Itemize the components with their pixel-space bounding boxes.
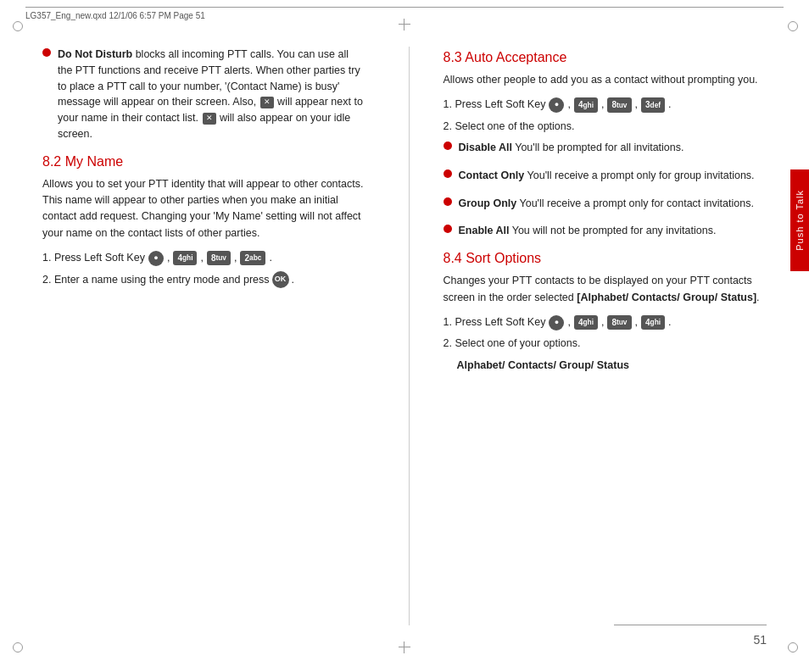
reg-mark-bl	[10, 640, 24, 653]
bold-do-not-disturb: Do Not Disturb	[58, 48, 132, 60]
key-4ghi-2: 4 ghi	[574, 97, 598, 113]
bold-group-only: Group Only	[459, 197, 517, 209]
reg-mark-tr	[785, 19, 799, 32]
bullet-dot	[42, 48, 51, 57]
bullet-do-not-disturb: Do Not Disturb blocks all incoming PTT c…	[42, 47, 366, 142]
bold-enable-all: Enable All	[459, 225, 510, 236]
step-8-3-1: 1. Press Left Soft Key ● , 4 ghi , 8 tuv…	[444, 97, 767, 113]
bold-disable-all: Disable All	[459, 142, 512, 153]
heading-8-2: 8.2 My Name	[42, 154, 366, 169]
bullet-group-only-text: Group Only You'll receive a prompt only …	[459, 196, 754, 212]
step-8-2-1: 1. Press Left Soft Key ● , 4 ghi , 8 tuv…	[42, 250, 366, 266]
bullet-disable-all: Disable All You'll be prompted for all i…	[444, 140, 767, 156]
bottom-rule	[614, 625, 767, 625]
bullet-dot-3	[444, 169, 452, 178]
sidebar-tab: Push to Talk	[790, 169, 809, 271]
step-8-4-2: 2. Select one of your options.	[444, 336, 767, 352]
key-4ghi-4: 4 ghi	[641, 315, 665, 330]
right-column: 8.3 Auto Acceptance Allows other people …	[439, 47, 767, 625]
ptt-icon-1: ✕	[260, 97, 274, 108]
step-8-4-2-options-bold: Alphabet/ Contacts/ Group/ Status	[457, 358, 630, 374]
bold-contact-only: Contact Only	[459, 169, 525, 181]
step-8-3-1-label: 1. Press Left Soft Key	[444, 97, 546, 113]
key-8tuv-3: 8 tuv	[607, 315, 631, 330]
key-soft-left-3: ●	[549, 315, 564, 330]
key-3def-1: 3 def	[641, 97, 665, 113]
period2: .	[292, 272, 294, 288]
comma8: ,	[601, 314, 604, 330]
cross-mark-bot	[399, 641, 410, 653]
step-8-2-2-label: 2. Enter a name using the entry mode and…	[42, 272, 270, 288]
bullet-enable-all: Enable All You will not be prompted for …	[444, 223, 767, 239]
key-soft-left-1: ●	[148, 251, 164, 266]
period4: .	[668, 314, 671, 330]
step-8-3-2: 2. Select one of the options.	[444, 119, 767, 135]
content-wrapper: Do Not Disturb blocks all incoming PTT c…	[42, 47, 767, 625]
comma5: ,	[601, 97, 604, 113]
reg-mark-br	[785, 640, 799, 653]
bullet-group-only: Group Only You'll receive a prompt only …	[444, 196, 767, 212]
key-ok-1: OK	[272, 271, 289, 288]
comma1: ,	[167, 250, 170, 266]
comma6: ,	[635, 97, 638, 113]
key-8tuv-1: 8 tuv	[207, 251, 231, 266]
body-8-3: Allows other people to add you as a cont…	[444, 72, 767, 88]
key-4ghi-1: 4 ghi	[173, 251, 197, 266]
step-8-2-1-label: 1. Press Left Soft Key	[42, 250, 145, 266]
cross-mark-top	[399, 19, 410, 31]
step-8-2-2: 2. Enter a name using the entry mode and…	[42, 271, 366, 288]
page-number: 51	[753, 633, 767, 647]
step-8-4-2-options: Alphabet/ Contacts/ Group/ Status	[444, 358, 767, 374]
comma9: ,	[635, 314, 638, 330]
bullet-dot-2	[444, 142, 452, 150]
column-divider	[409, 47, 410, 625]
sidebar-tab-text: Push to Talk	[795, 190, 805, 251]
heading-8-3: 8.3 Auto Acceptance	[444, 50, 767, 65]
bullet-disable-all-text: Disable All You'll be prompted for all i…	[459, 140, 684, 156]
step-8-4-1: 1. Press Left Soft Key ● , 4 ghi , 8 tuv…	[444, 314, 767, 330]
comma4: ,	[567, 97, 570, 113]
step-8-4-1-label: 1. Press Left Soft Key	[444, 314, 546, 330]
bullet-enable-all-text: Enable All You will not be prompted for …	[459, 223, 717, 239]
key-2abc-1: 2 abc	[240, 251, 265, 266]
comma2: ,	[200, 250, 203, 266]
comma3: ,	[234, 250, 237, 266]
heading-8-4: 8.4 Sort Options	[444, 251, 767, 266]
body-8-4: Changes your PTT contacts to be displaye…	[444, 273, 767, 306]
left-column: Do Not Disturb blocks all incoming PTT c…	[42, 47, 379, 625]
reg-mark-tl	[10, 19, 24, 32]
bullet-contact-only-text: Contact Only You'll receive a prompt onl…	[459, 168, 755, 184]
ptt-icon-2: ✕	[203, 113, 216, 125]
key-8tuv-2: 8 tuv	[607, 97, 631, 113]
key-4ghi-3: 4 ghi	[574, 315, 598, 330]
step-8-3-2-label: 2. Select one of the options.	[444, 119, 575, 135]
bullet-contact-only: Contact Only You'll receive a prompt onl…	[444, 168, 767, 184]
header-text: LG357_Eng_new.qxd 12/1/06 6:57 PM Page 5…	[25, 11, 205, 20]
body-8-4-bracket: [Alphabet/ Contacts/ Group/ Status]	[577, 292, 756, 303]
comma7: ,	[567, 314, 570, 330]
bullet-dot-5	[444, 225, 452, 233]
bullet-dot-4	[444, 197, 452, 206]
header-bar: LG357_Eng_new.qxd 12/1/06 6:57 PM Page 5…	[25, 7, 784, 20]
bullet-do-not-disturb-text: Do Not Disturb blocks all incoming PTT c…	[58, 47, 366, 142]
body-8-2: Allows you to set your PTT identity that…	[42, 176, 366, 242]
period1: .	[269, 250, 271, 266]
key-soft-left-2: ●	[549, 97, 564, 113]
step-8-4-2-label: 2. Select one of your options.	[444, 336, 581, 352]
period3: .	[668, 97, 671, 113]
